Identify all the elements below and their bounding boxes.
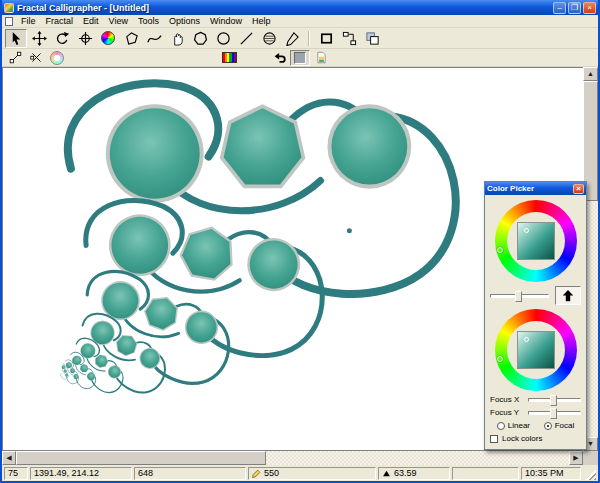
menu-options[interactable]: Options [164,16,205,26]
linear-radio-label: Linear [508,421,530,430]
swatch-marker[interactable] [524,228,529,233]
status-text: 10:35 PM [525,468,564,478]
resize-grip[interactable] [583,467,596,480]
menu-edit[interactable]: Edit [78,16,104,26]
color-preview-swatch[interactable] [517,331,555,369]
target-tool[interactable] [74,29,96,48]
color-disc-icon [50,51,64,65]
inner-color-wheel[interactable] [495,309,577,391]
focus-y-slider-thumb[interactable] [550,408,557,419]
line-tool[interactable] [235,29,257,48]
up-arrow-icon [561,289,575,303]
focus-x-slider[interactable] [528,398,581,402]
line-icon [239,31,254,46]
linear-radio-button[interactable] [497,422,505,430]
target-icon [78,31,93,46]
color-picker-title: Color Picker [487,184,571,193]
hatch-circle-tool[interactable] [258,29,280,48]
pointer-tool[interactable] [5,29,27,48]
status-pane-3: 550 [248,467,376,480]
rotate-tool[interactable] [51,29,73,48]
swatch-icon [294,52,306,64]
color-picker-titlebar[interactable]: Color Picker × [485,182,586,195]
minimize-button[interactable]: – [553,2,566,14]
lock-colors-label: Lock colors [502,434,542,443]
curve-tool[interactable] [143,29,165,48]
color-wheel-tool[interactable] [97,29,119,48]
page-colors-tool[interactable] [311,50,331,66]
toolbar-main [2,28,598,49]
node-line-icon [9,51,22,64]
align-tool[interactable] [338,29,360,48]
rect-frame-tool[interactable] [315,29,337,48]
hue-ring-marker[interactable] [497,247,503,253]
menu-help[interactable]: Help [247,16,276,26]
focal-radio[interactable]: Focal [544,421,575,430]
color-picker-close-button[interactable]: × [573,184,584,194]
menu-tools[interactable]: Tools [133,16,164,26]
rotate-icon [55,31,70,46]
move-tool[interactable] [28,29,50,48]
color-disc-tool[interactable] [47,50,67,66]
undo-icon [273,51,286,64]
status-text: 550 [264,468,279,478]
scroll-left-button[interactable]: ◀ [2,451,16,465]
status-pane-6: 10:35 PM [521,467,581,480]
linear-radio[interactable]: Linear [497,421,530,430]
horizontal-scroll-thumb[interactable] [16,451,266,465]
app-window: Fractal Calligrapher - [Untitled] – ❐ × … [0,0,600,483]
status-pane-4: 63.59 [378,467,450,480]
menubar: FileFractalEditViewToolsOptionsWindowHel… [2,15,598,28]
marker-icon [382,469,391,478]
swatch-tool[interactable] [290,50,310,66]
scroll-right-button[interactable]: ▶ [569,451,583,465]
horizontal-scrollbar[interactable]: ◀ ▶ [2,451,583,465]
layers-tool[interactable] [361,29,383,48]
rect-frame-icon [319,31,334,46]
menu-view[interactable]: View [104,16,133,26]
close-button[interactable]: × [583,2,596,14]
menu-fractal[interactable]: Fractal [41,16,79,26]
brightness-slider[interactable] [490,294,549,298]
node-line-tool[interactable] [5,50,25,66]
focus-x-slider-thumb[interactable] [550,395,557,406]
circle-tool[interactable] [212,29,234,48]
color-bars-tool[interactable] [219,50,239,66]
color-preview-swatch[interactable] [517,222,555,260]
hue-ring-marker[interactable] [497,356,503,362]
status-text: 1391.49, 214.12 [34,468,99,478]
toolbar-group [269,50,331,66]
color-wheel-icon [101,31,115,45]
cut-tool[interactable] [26,50,46,66]
menu-file[interactable]: File [16,16,41,26]
color-picker-body: Focus X Focus Y Linear Focal Lock c [485,195,586,449]
scroll-up-button[interactable]: ▲ [583,67,598,81]
focal-radio-button[interactable] [544,422,552,430]
curve-icon [147,31,162,46]
brightness-slider-thumb[interactable] [515,291,522,302]
menu-window[interactable]: Window [205,16,247,26]
maximize-button[interactable]: ❐ [568,2,581,14]
hand-tool[interactable] [166,29,188,48]
pen-icon [285,31,300,46]
undo-tool[interactable] [269,50,289,66]
document-icon [5,17,13,26]
focal-radio-label: Focal [555,421,575,430]
color-wheel-hole [507,321,565,379]
heptagon-tool[interactable] [189,29,211,48]
lock-colors-checkbox-row[interactable]: Lock colors [490,434,581,443]
outer-color-wheel[interactable] [495,200,577,282]
status-text: 75 [8,468,18,478]
apply-color-button[interactable] [555,286,581,305]
pen-tool[interactable] [281,29,303,48]
horizontal-scroll-track[interactable] [266,451,569,465]
align-icon [342,31,357,46]
color-picker-window: Color Picker × [484,181,587,450]
move-icon [32,31,47,46]
focus-y-slider[interactable] [528,411,581,415]
lock-colors-checkbox[interactable] [490,435,498,443]
swatch-marker[interactable] [524,337,529,342]
toolbar-secondary [2,49,598,67]
polygon-tool[interactable] [120,29,142,48]
toolbar-group [315,29,383,48]
